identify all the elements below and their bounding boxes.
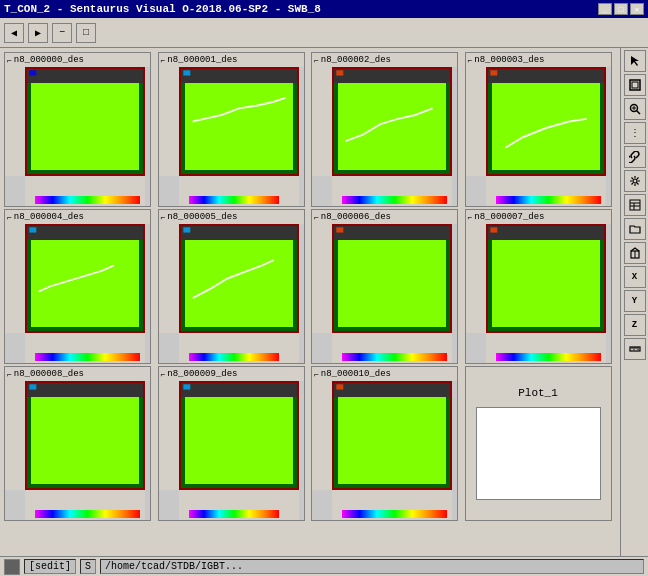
plot-bg-1 (179, 67, 299, 176)
x-axis-10 (332, 490, 452, 520)
plot-cell-5[interactable]: n8_000005_des (158, 209, 305, 364)
plot-visual-8 (25, 381, 145, 490)
x-axis-9 (179, 490, 299, 520)
settings-button[interactable] (624, 170, 646, 192)
svg-rect-2 (336, 70, 343, 75)
plot-bg-6 (332, 224, 452, 333)
nav-arrows: ◀ ▶ − □ (4, 23, 98, 43)
x-axis-6 (332, 333, 452, 363)
curve-6 (334, 226, 450, 331)
plot-cell-1[interactable]: n8_000001_des (158, 52, 305, 207)
svg-rect-19 (630, 200, 640, 210)
x-axis-2 (332, 176, 452, 206)
window-controls[interactable]: _ □ ✕ (598, 3, 644, 15)
plot-visual-3 (486, 67, 606, 176)
nav-square-button[interactable]: □ (76, 23, 96, 43)
plot-area[interactable]: n8_000000_des n8_000001_d (0, 48, 620, 556)
plot-cell-9[interactable]: n8_000009_des (158, 366, 305, 521)
curve-8 (27, 383, 143, 488)
y-axis-7 (466, 224, 486, 333)
plot-visual-6 (332, 224, 452, 333)
x-axis-button[interactable]: X (624, 266, 646, 288)
plot-label-10: n8_000010_des (312, 367, 457, 381)
s-label: S (80, 559, 96, 574)
nav-left-button[interactable]: ◀ (4, 23, 24, 43)
zoom-button[interactable] (624, 98, 646, 120)
y-axis-0 (5, 67, 25, 176)
plot-cell-11[interactable]: Plot_1 (465, 366, 612, 521)
plot-visual-2 (332, 67, 452, 176)
curve-2 (334, 69, 450, 174)
svg-point-18 (633, 179, 637, 183)
svg-rect-4 (29, 227, 36, 232)
x-axis-0 (25, 176, 145, 206)
svg-rect-6 (336, 227, 343, 232)
plot-visual-10 (332, 381, 452, 490)
right-toolbar: ⋮ X Y Z (620, 48, 648, 556)
plot-visual-5 (179, 224, 299, 333)
s-indicator: S (85, 561, 91, 572)
folder-button[interactable] (624, 218, 646, 240)
plot-cell-8[interactable]: n8_000008_des (4, 366, 151, 521)
ruler-button[interactable] (624, 338, 646, 360)
plot-visual-7 (486, 224, 606, 333)
plot-label-2: n8_000002_des (312, 53, 457, 67)
package-button[interactable] (624, 242, 646, 264)
nav-minus-button[interactable]: − (52, 23, 72, 43)
path-display: /home/tcad/STDB/IGBT... (100, 559, 644, 574)
plot-cell-10[interactable]: n8_000010_des (311, 366, 458, 521)
plot-label-0: n8_000000_des (5, 53, 150, 67)
plot-cell-2[interactable]: n8_000002_des (311, 52, 458, 207)
plot-label-1: n8_000001_des (159, 53, 304, 67)
plot-cell-0[interactable]: n8_000000_des (4, 52, 151, 207)
plot-label-3: n8_000003_des (466, 53, 611, 67)
z-axis-button[interactable]: Z (624, 314, 646, 336)
y-axis-2 (312, 67, 332, 176)
plot-bg-4 (25, 224, 145, 333)
status-bar: [sedit] S /home/tcad/STDB/IGBT... (0, 556, 648, 576)
plot-bg-3 (486, 67, 606, 176)
y-axis-3 (466, 67, 486, 176)
table-button[interactable] (624, 194, 646, 216)
more-options-button[interactable]: ⋮ (624, 122, 646, 144)
svg-marker-11 (631, 56, 639, 66)
status-icon (4, 559, 20, 575)
plot-bg-10 (332, 381, 452, 490)
sedit-label: [sedit] (24, 559, 76, 574)
plot-label-7: n8_000007_des (466, 210, 611, 224)
close-button[interactable]: ✕ (630, 3, 644, 15)
curve-4 (27, 226, 143, 331)
curve-0 (27, 69, 143, 174)
empty-plot-box (476, 407, 601, 500)
y-axis-button[interactable]: Y (624, 290, 646, 312)
link-button[interactable] (624, 146, 646, 168)
zoom-box-button[interactable] (624, 74, 646, 96)
cursor-button[interactable] (624, 50, 646, 72)
curve-9 (181, 383, 297, 488)
x-axis-1 (179, 176, 299, 206)
toolbar: ◀ ▶ − □ (0, 18, 648, 48)
plot-bg-8 (25, 381, 145, 490)
plot-cell-7[interactable]: n8_000007_des (465, 209, 612, 364)
plot-cell-6[interactable]: n8_000006_des (311, 209, 458, 364)
x-axis-3 (486, 176, 606, 206)
x-axis-8 (25, 490, 145, 520)
y-axis-6 (312, 224, 332, 333)
plot-grid: n8_000000_des n8_000001_d (4, 52, 616, 521)
nav-right-button[interactable]: ▶ (28, 23, 48, 43)
y-axis-5 (159, 224, 179, 333)
x-axis-4 (25, 333, 145, 363)
plot-bg-5 (179, 224, 299, 333)
y-axis-1 (159, 67, 179, 176)
plot-visual-1 (179, 67, 299, 176)
plot-visual-9 (179, 381, 299, 490)
plot-label-5: n8_000005_des (159, 210, 304, 224)
plot-label-9: n8_000009_des (159, 367, 304, 381)
minimize-button[interactable]: _ (598, 3, 612, 15)
plot-cell-3[interactable]: n8_000003_des (465, 52, 612, 207)
plot-bg-9 (179, 381, 299, 490)
title-bar: T_CON_2 - Sentaurus Visual O-2018.06-SP2… (0, 0, 648, 18)
maximize-button[interactable]: □ (614, 3, 628, 15)
curve-3 (488, 69, 604, 174)
plot-cell-4[interactable]: n8_000004_des (4, 209, 151, 364)
